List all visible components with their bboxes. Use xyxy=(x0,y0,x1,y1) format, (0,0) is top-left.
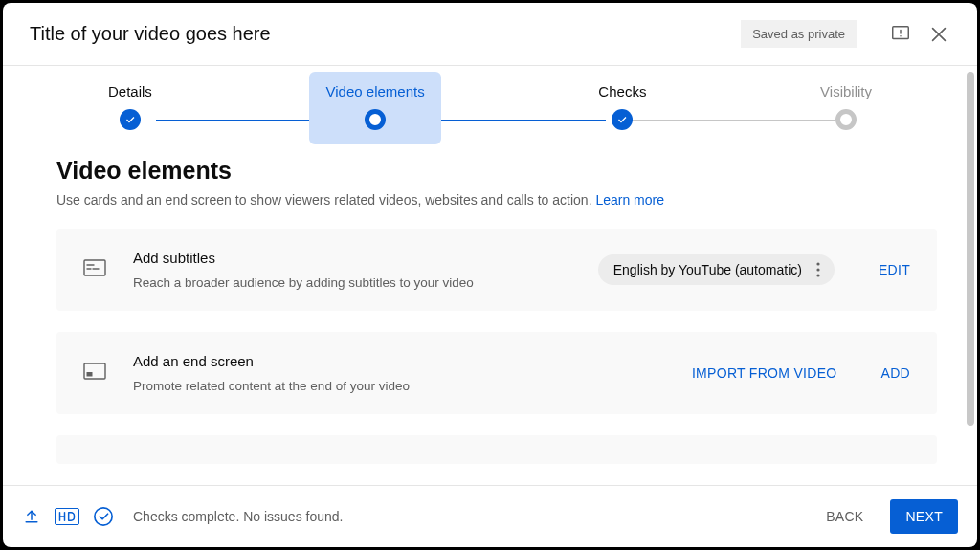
progress-stepper: Details Video elements Checks Visibility xyxy=(3,66,977,157)
next-button[interactable]: NEXT xyxy=(890,499,958,534)
stepper-track xyxy=(615,120,835,121)
cards-card-partial xyxy=(56,435,937,464)
card-title: Add subtitles xyxy=(133,250,571,266)
active-step-dot-icon xyxy=(365,109,386,130)
checks-complete-icon[interactable] xyxy=(93,506,114,527)
empty-step-dot-icon xyxy=(835,109,857,130)
svg-point-3 xyxy=(816,268,819,271)
upload-dialog: Title of your video goes here Saved as p… xyxy=(3,3,977,547)
learn-more-link[interactable]: Learn more xyxy=(595,192,664,208)
svg-rect-6 xyxy=(87,372,93,377)
step-checks[interactable]: Checks xyxy=(598,83,646,130)
add-endscreen-button[interactable]: ADD xyxy=(881,365,910,381)
dialog-body: Video elements Use cards and an end scre… xyxy=(3,157,977,485)
svg-point-4 xyxy=(816,274,819,276)
check-icon xyxy=(120,109,141,130)
step-visibility[interactable]: Visibility xyxy=(820,83,872,130)
subtitles-icon xyxy=(83,259,106,280)
svg-rect-5 xyxy=(84,363,105,379)
card-description: Reach a broader audience by adding subti… xyxy=(133,275,571,290)
scrollbar-thumb[interactable] xyxy=(967,72,974,426)
step-label: Checks xyxy=(598,83,646,99)
hd-icon[interactable] xyxy=(55,508,79,525)
section-subtitle: Use cards and an end screen to show view… xyxy=(56,192,937,208)
more-options-icon[interactable] xyxy=(812,262,825,277)
section-title: Video elements xyxy=(56,157,937,185)
card-description: Promote related content at the end of yo… xyxy=(133,379,648,393)
import-from-video-button[interactable]: IMPORT FROM VIDEO xyxy=(692,365,837,381)
saved-status-badge: Saved as private xyxy=(741,20,857,48)
step-label: Visibility xyxy=(820,83,872,99)
checks-status-text: Checks complete. No issues found. xyxy=(133,509,799,524)
close-icon[interactable] xyxy=(927,23,950,46)
dialog-footer: Checks complete. No issues found. BACK N… xyxy=(3,485,977,547)
svg-rect-1 xyxy=(84,260,105,275)
svg-point-2 xyxy=(816,262,819,265)
endscreen-card: Add an end screen Promote related conten… xyxy=(56,332,937,414)
check-icon xyxy=(612,109,633,130)
subtitle-language-chip[interactable]: English by YouTube (automatic) xyxy=(598,254,835,285)
endscreen-icon xyxy=(83,363,106,384)
svg-point-7 xyxy=(95,508,112,525)
feedback-icon[interactable] xyxy=(889,23,912,46)
step-label: Details xyxy=(108,83,152,99)
edit-subtitles-button[interactable]: EDIT xyxy=(879,262,910,277)
subtitles-card: Add subtitles Reach a broader audience b… xyxy=(56,229,937,311)
back-button[interactable]: BACK xyxy=(813,499,877,534)
step-details[interactable]: Details xyxy=(108,83,152,130)
video-title: Title of your video goes here xyxy=(30,23,741,45)
dialog-header: Title of your video goes here Saved as p… xyxy=(3,3,977,66)
step-label: Video elements xyxy=(326,83,425,99)
upload-icon[interactable] xyxy=(22,507,41,526)
step-video-elements[interactable]: Video elements xyxy=(326,83,425,130)
card-title: Add an end screen xyxy=(133,353,648,369)
